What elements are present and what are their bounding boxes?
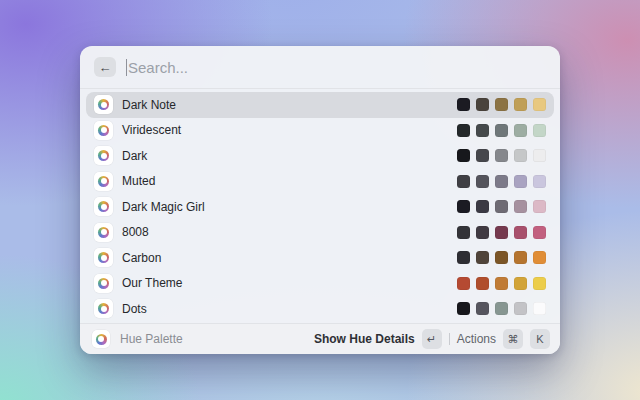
color-swatch <box>514 251 527 264</box>
palette-name: 8008 <box>122 225 448 239</box>
color-swatch <box>476 175 489 188</box>
color-swatch <box>476 226 489 239</box>
swatch-group <box>457 98 546 111</box>
color-swatch <box>533 302 546 315</box>
footer-actions: Show Hue Details ↵ Actions ⌘ K <box>314 329 550 349</box>
hue-palette-icon <box>94 121 113 140</box>
swatch-group <box>457 251 546 264</box>
swatch-group <box>457 124 546 137</box>
color-swatch <box>495 149 508 162</box>
color-swatch <box>495 226 508 239</box>
color-swatch <box>533 124 546 137</box>
swatch-group <box>457 277 546 290</box>
palette-row[interactable]: Carbon <box>86 245 554 271</box>
return-keycap: ↵ <box>422 329 442 349</box>
color-swatch <box>533 149 546 162</box>
palette-row[interactable]: Our Theme <box>86 271 554 297</box>
color-swatch <box>533 98 546 111</box>
color-swatch <box>514 98 527 111</box>
palette-name: Dark Note <box>122 98 448 112</box>
palette-name: Carbon <box>122 251 448 265</box>
hue-ring-icon <box>98 227 109 238</box>
palette-row[interactable]: Dots <box>86 296 554 322</box>
palette-name: Dots <box>122 302 448 316</box>
color-swatch <box>476 277 489 290</box>
palette-row[interactable]: Dark Note <box>86 92 554 118</box>
palette-name: Dark Magic Girl <box>122 200 448 214</box>
color-swatch <box>495 98 508 111</box>
palette-name: Muted <box>122 174 448 188</box>
color-swatch <box>457 302 470 315</box>
search-input[interactable] <box>128 59 546 76</box>
color-swatch <box>533 200 546 213</box>
palette-row[interactable]: Dark Magic Girl <box>86 194 554 220</box>
color-swatch <box>476 98 489 111</box>
swatch-group <box>457 200 546 213</box>
back-button[interactable]: ← <box>94 57 116 77</box>
swatch-group <box>457 226 546 239</box>
extension-name: Hue Palette <box>120 332 306 346</box>
color-swatch <box>495 251 508 264</box>
color-swatch <box>514 226 527 239</box>
color-swatch <box>533 175 546 188</box>
hue-ring-icon <box>98 150 109 161</box>
command-palette-window: ← Dark Note Viridescent Dark <box>80 46 560 354</box>
hue-palette-icon <box>94 223 113 242</box>
color-swatch <box>514 175 527 188</box>
palette-row[interactable]: Dark <box>86 143 554 169</box>
hue-palette-icon <box>94 299 113 318</box>
color-swatch <box>495 302 508 315</box>
search-header: ← <box>80 46 560 89</box>
color-swatch <box>476 149 489 162</box>
color-swatch <box>514 149 527 162</box>
search-wrap <box>126 59 546 76</box>
color-swatch <box>457 175 470 188</box>
swatch-group <box>457 149 546 162</box>
color-swatch <box>514 302 527 315</box>
color-swatch <box>514 200 527 213</box>
color-swatch <box>533 277 546 290</box>
hue-ring-icon <box>98 278 109 289</box>
color-swatch <box>476 200 489 213</box>
palette-row[interactable]: Muted <box>86 169 554 195</box>
color-swatch <box>457 149 470 162</box>
actions-menu-label[interactable]: Actions <box>457 332 496 346</box>
hue-ring-icon <box>98 99 109 110</box>
hue-palette-icon <box>94 274 113 293</box>
primary-action-label[interactable]: Show Hue Details <box>314 332 415 346</box>
color-swatch <box>457 251 470 264</box>
palette-name: Dark <box>122 149 448 163</box>
hue-ring-icon <box>98 252 109 263</box>
color-swatch <box>495 277 508 290</box>
command-keycap: ⌘ <box>503 329 523 349</box>
palette-list: Dark Note Viridescent Dark Muted <box>80 89 560 323</box>
color-swatch <box>457 226 470 239</box>
hue-ring-icon <box>98 176 109 187</box>
hue-ring-icon <box>98 201 109 212</box>
swatch-group <box>457 175 546 188</box>
color-swatch <box>457 277 470 290</box>
color-swatch <box>495 175 508 188</box>
palette-name: Viridescent <box>122 123 448 137</box>
color-swatch <box>533 226 546 239</box>
footer-divider <box>449 333 450 345</box>
color-swatch <box>514 124 527 137</box>
hue-palette-icon <box>94 146 113 165</box>
color-swatch <box>514 277 527 290</box>
color-swatch <box>495 200 508 213</box>
color-swatch <box>476 251 489 264</box>
hue-ring-icon <box>98 303 109 314</box>
palette-row[interactable]: Viridescent <box>86 118 554 144</box>
hue-ring-icon <box>96 334 107 345</box>
hue-palette-icon <box>94 95 113 114</box>
hue-palette-icon <box>94 172 113 191</box>
palette-row[interactable]: 8008 <box>86 220 554 246</box>
palette-name: Our Theme <box>122 276 448 290</box>
color-swatch <box>457 98 470 111</box>
back-arrow-icon: ← <box>99 61 112 74</box>
color-swatch <box>495 124 508 137</box>
color-swatch <box>476 302 489 315</box>
footer-bar: Hue Palette Show Hue Details ↵ Actions ⌘… <box>80 323 560 354</box>
hue-palette-icon <box>94 197 113 216</box>
swatch-group <box>457 302 546 315</box>
